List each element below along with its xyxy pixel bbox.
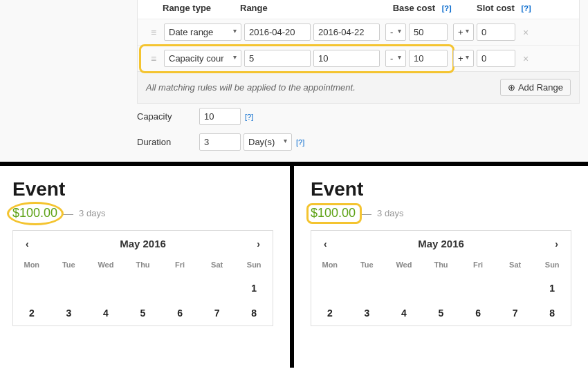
- drag-handle-icon[interactable]: ≡: [143, 27, 164, 38]
- header-slot-cost: Slot cost: [477, 3, 515, 13]
- calendar-widget: ‹ May 2016 › Mon Tue Wed Thu Fri Sat Sun: [12, 230, 273, 326]
- slot-cost-sign-select[interactable]: +: [453, 23, 474, 41]
- plus-circle-icon: ⊕: [508, 82, 515, 93]
- footer-note: All matching rules will be applied to th…: [146, 82, 356, 93]
- cost-rule-row: ≡ Capacity cour 5 10 - 10 + 0 ×: [138, 45, 579, 71]
- calendar-day[interactable]: 2: [13, 301, 50, 325]
- slot-cost-input[interactable]: 0: [477, 50, 515, 67]
- calendar-day[interactable]: 8: [533, 301, 571, 325]
- header-base-cost: Base cost: [393, 3, 435, 13]
- calendar-day[interactable]: 5: [125, 301, 162, 325]
- slot-cost-sign-select[interactable]: +: [453, 50, 474, 67]
- event-price: $100.00: [311, 206, 356, 220]
- calendar-week-row: 1: [13, 276, 273, 301]
- calendar-day[interactable]: 6: [161, 301, 199, 325]
- cost-rules-table: Range type Range Base cost [?] Slot cost…: [137, 0, 580, 104]
- duration-label: Duration: [137, 137, 199, 147]
- base-cost-sign-select[interactable]: -: [385, 23, 406, 41]
- event-days: 3 days: [79, 208, 105, 218]
- calendar-dow-row: Mon Tue Wed Thu Fri Sat Sun: [311, 256, 571, 276]
- duration-input[interactable]: 3: [199, 133, 241, 151]
- range-type-select[interactable]: Date range: [164, 23, 241, 41]
- calendar-next-button[interactable]: ›: [254, 238, 263, 249]
- separator: —: [361, 207, 371, 219]
- capacity-row: Capacity 10 [?]: [0, 104, 588, 129]
- calendar-month-title: May 2016: [330, 238, 553, 249]
- range-to-input[interactable]: 10: [313, 50, 380, 67]
- calendar-day[interactable]: 2: [311, 301, 349, 325]
- help-icon[interactable]: [?]: [442, 4, 452, 12]
- remove-row-icon[interactable]: ×: [515, 27, 536, 38]
- duration-row: Duration 3 Day(s) [?]: [0, 129, 588, 155]
- header-range-type: Range type: [163, 3, 240, 13]
- comparison-panels: Event $100.00 — 3 days ‹ May 2016 › Mon …: [0, 166, 588, 368]
- help-icon[interactable]: [?]: [296, 138, 304, 147]
- calendar-prev-button[interactable]: ‹: [321, 238, 330, 249]
- drag-handle-icon[interactable]: ≡: [143, 53, 164, 64]
- calendar-day[interactable]: 1: [533, 276, 571, 301]
- calendar-day[interactable]: 4: [87, 301, 125, 325]
- calendar-day[interactable]: 1: [235, 276, 273, 301]
- calendar-dow-row: Mon Tue Wed Thu Fri Sat Sun: [13, 256, 273, 276]
- event-title: Event: [311, 178, 571, 200]
- event-title: Event: [12, 178, 273, 200]
- calendar-week-row: 1: [311, 276, 571, 301]
- slot-cost-input[interactable]: 0: [477, 23, 515, 41]
- event-panel-right: Event $100.00 — 3 days ‹ May 2016 › Mon …: [294, 166, 588, 368]
- range-to-input[interactable]: 2016-04-22: [313, 23, 380, 41]
- calendar-week-row: 2 3 4 5 6 7 8: [13, 301, 273, 325]
- calendar-widget: ‹ May 2016 › Mon Tue Wed Thu Fri Sat Sun: [311, 230, 571, 326]
- separator: —: [63, 207, 73, 219]
- help-icon[interactable]: [?]: [245, 113, 253, 121]
- header-range: Range: [240, 3, 304, 13]
- range-from-input[interactable]: 5: [244, 50, 311, 67]
- calendar-day[interactable]: 7: [199, 301, 236, 325]
- add-range-button[interactable]: ⊕ Add Range: [500, 79, 571, 96]
- calendar-next-button[interactable]: ›: [552, 238, 561, 249]
- capacity-input[interactable]: 10: [199, 108, 241, 125]
- cost-rules-panel: Range type Range Base cost [?] Slot cost…: [0, 0, 588, 162]
- duration-unit-select[interactable]: Day(s): [244, 133, 292, 151]
- calendar-prev-button[interactable]: ‹: [23, 238, 32, 249]
- calendar-day[interactable]: 3: [349, 301, 386, 325]
- calendar-day[interactable]: 4: [385, 301, 423, 325]
- event-days: 3 days: [377, 208, 403, 218]
- range-from-input[interactable]: 2016-04-20: [244, 23, 311, 41]
- base-cost-input[interactable]: 10: [409, 50, 448, 67]
- base-cost-sign-select[interactable]: -: [385, 50, 406, 67]
- calendar-week-row: 2 3 4 5 6 7 8: [311, 301, 571, 325]
- calendar-day[interactable]: 7: [497, 301, 534, 325]
- capacity-label: Capacity: [137, 111, 199, 122]
- range-type-select[interactable]: Capacity cour: [164, 50, 241, 67]
- table-footer: All matching rules will be applied to th…: [138, 71, 579, 103]
- event-panel-left: Event $100.00 — 3 days ‹ May 2016 › Mon …: [0, 166, 290, 368]
- event-price: $100.00: [12, 206, 57, 220]
- help-icon[interactable]: [?]: [522, 4, 531, 12]
- calendar-day[interactable]: 8: [235, 301, 273, 325]
- base-cost-input[interactable]: 50: [409, 23, 448, 41]
- calendar-month-title: May 2016: [32, 238, 255, 249]
- calendar-day[interactable]: 5: [423, 301, 460, 325]
- calendar-day[interactable]: 6: [459, 301, 497, 325]
- calendar-day[interactable]: 3: [50, 301, 88, 325]
- table-header: Range type Range Base cost [?] Slot cost…: [138, 0, 579, 19]
- remove-row-icon[interactable]: ×: [515, 53, 536, 64]
- cost-rule-row: ≡ Date range 2016-04-20 2016-04-22 - 50 …: [138, 19, 579, 45]
